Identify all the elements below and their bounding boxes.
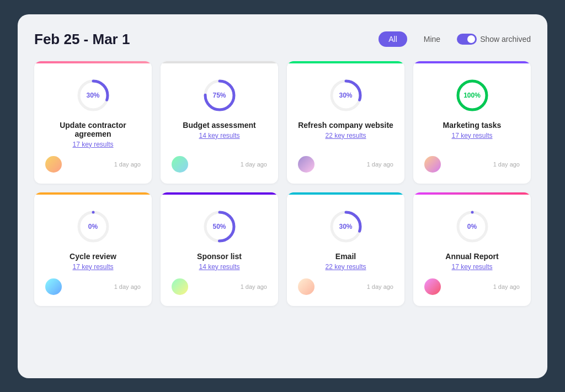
cards-grid: 30% Update contractor agreemen 17 key re… [34,61,531,306]
timestamp-1: 1 day ago [114,161,141,168]
card-footer-5: 1 day ago [45,278,141,295]
progress-circle-5: 0% [76,209,111,244]
percent-label-6: 50% [212,223,226,230]
main-container: Feb 25 - Mar 1 All Mine Show archived 30… [18,14,547,378]
timestamp-4: 1 day ago [493,161,520,168]
card-title-4: Marketing tasks [443,121,502,130]
card-7[interactable]: 30% Email 22 key results 1 day ago [287,192,404,306]
show-archived-control: Show archived [457,34,531,45]
avatar-8 [424,278,441,295]
filter-all-button[interactable]: All [379,31,407,47]
show-archived-toggle[interactable] [457,34,477,45]
card-footer-8: 1 day ago [424,278,520,295]
progress-circle-7: 30% [328,209,364,244]
card-key-results-7[interactable]: 22 key results [325,263,366,271]
progress-circle-2: 75% [202,78,237,113]
card-footer-3: 1 day ago [298,156,393,173]
percent-label-7: 30% [339,223,352,230]
card-key-results-1[interactable]: 17 key results [72,141,113,148]
card-title-5: Cycle review [70,252,116,261]
card-key-results-4[interactable]: 17 key results [451,132,492,139]
card-footer-7: 1 day ago [298,278,393,295]
card-key-results-8[interactable]: 17 key results [451,263,492,271]
card-title-2: Budget assessment [183,121,255,130]
card-6[interactable]: 50% Sponsor list 14 key results 1 day ag… [161,192,278,306]
percent-label-2: 75% [212,92,226,99]
card-footer-2: 1 day ago [172,156,267,173]
avatar-3 [298,156,315,173]
show-archived-label: Show archived [480,35,531,44]
card-footer-1: 1 day ago [45,156,141,173]
percent-label-4: 100% [463,92,481,99]
progress-circle-4: 100% [455,78,490,113]
avatar-6 [172,278,188,295]
progress-circle-6: 50% [202,209,237,244]
avatar-5 [45,278,62,295]
card-key-results-3[interactable]: 22 key results [325,132,366,139]
card-title-6: Sponsor list [197,252,242,261]
card-5[interactable]: 0% Cycle review 17 key results 1 day ago [34,192,152,306]
card-key-results-6[interactable]: 14 key results [199,263,239,271]
timestamp-3: 1 day ago [367,161,393,168]
avatar-7 [298,278,315,295]
header: Feb 25 - Mar 1 All Mine Show archived [34,31,531,48]
percent-label-3: 30% [339,92,352,99]
percent-label-5: 0% [88,223,98,230]
timestamp-7: 1 day ago [367,283,393,290]
card-8[interactable]: 0% Annual Report 17 key results 1 day ag… [413,192,531,306]
card-title-1: Update contractor agreemen [45,121,141,138]
timestamp-2: 1 day ago [241,161,267,168]
progress-circle-1: 30% [76,78,111,113]
card-footer-6: 1 day ago [172,278,267,295]
card-title-8: Annual Report [445,252,498,261]
card-1[interactable]: 30% Update contractor agreemen 17 key re… [34,61,152,184]
card-title-3: Refresh company website [298,121,393,130]
card-title-7: Email [335,252,356,261]
filter-mine-button[interactable]: Mine [414,31,450,47]
card-key-results-2[interactable]: 14 key results [199,132,239,139]
card-3[interactable]: 30% Refresh company website 22 key resul… [287,61,404,184]
timestamp-6: 1 day ago [241,283,267,290]
avatar-1 [45,156,62,173]
card-footer-4: 1 day ago [424,156,520,173]
timestamp-8: 1 day ago [493,283,520,290]
percent-label-8: 0% [467,223,477,230]
header-controls: All Mine Show archived [379,31,531,47]
avatar-2 [172,156,188,173]
progress-circle-8: 0% [455,209,490,244]
progress-circle-3: 30% [328,78,364,113]
card-key-results-5[interactable]: 17 key results [72,263,113,271]
timestamp-5: 1 day ago [114,283,141,290]
percent-label-1: 30% [86,92,99,99]
card-2[interactable]: 75% Budget assessment 14 key results 1 d… [161,61,278,184]
date-range: Feb 25 - Mar 1 [34,31,130,48]
avatar-4 [424,156,441,173]
card-4[interactable]: 100% Marketing tasks 17 key results 1 da… [413,61,531,184]
